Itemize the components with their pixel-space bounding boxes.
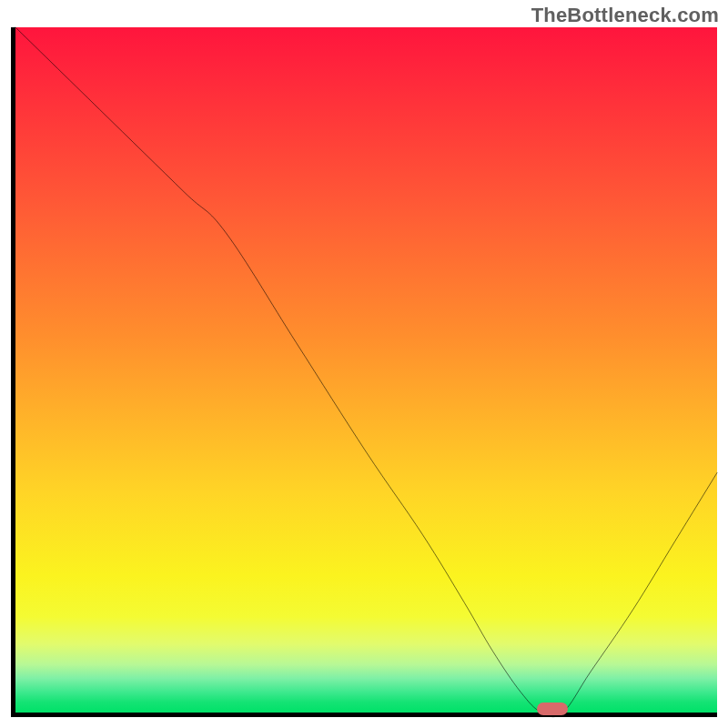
chart-canvas: TheBottleneck.com bbox=[0, 0, 728, 728]
watermark-text: TheBottleneck.com bbox=[531, 4, 719, 27]
optimal-marker bbox=[537, 703, 568, 715]
plot-area bbox=[11, 27, 717, 717]
bottleneck-curve bbox=[15, 27, 717, 713]
